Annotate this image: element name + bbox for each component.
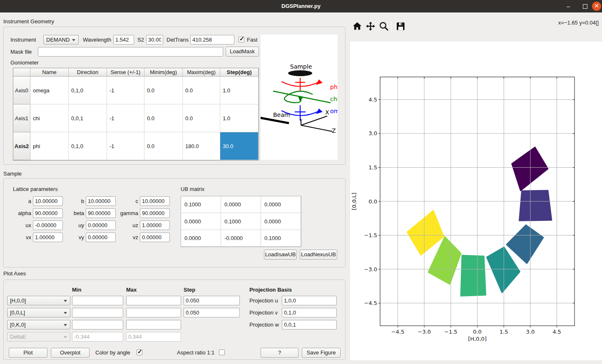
ub-cell[interactable]: 0.0000	[181, 213, 221, 230]
table-cell[interactable]: -1	[107, 77, 144, 104]
row-header-axis0[interactable]: Axis0	[13, 77, 30, 104]
dimension1-max-field[interactable]	[126, 308, 181, 317]
table-corner-header[interactable]	[13, 68, 30, 77]
svg-text:−3.0: −3.0	[418, 329, 431, 335]
lattice-gamma-field[interactable]	[140, 208, 170, 218]
figure-canvas[interactable]: −4.5−3.0−1.50.01.53.04.5−4.5−3.0−1.50.01…	[350, 42, 602, 360]
table-cell[interactable]: 0,0,1	[69, 104, 107, 132]
dettrans-field[interactable]	[190, 35, 234, 45]
titlebar[interactable]: DGSPlanner.py – ✕	[0, 0, 602, 12]
projection-u-field[interactable]	[282, 296, 337, 305]
column-header-direction[interactable]: Direction	[69, 68, 107, 77]
overplot-button[interactable]: Overplot	[51, 348, 90, 358]
svg-text:−3.0: −3.0	[364, 266, 377, 272]
toolbar-separator	[391, 21, 392, 32]
help-button[interactable]: ?	[261, 348, 299, 358]
lattice-vy-field[interactable]	[86, 233, 116, 242]
s2-field[interactable]	[146, 35, 163, 45]
maximize-icon[interactable]	[580, 0, 590, 12]
window-title: DGSPlanner.py	[0, 0, 602, 12]
ub-cell[interactable]: 0.1000	[261, 230, 301, 247]
table-cell[interactable]: 0.0	[183, 77, 220, 104]
aspect-ratio-checkbox[interactable]	[219, 349, 225, 355]
zoom-icon[interactable]	[379, 21, 389, 31]
wavelength-field[interactable]	[113, 35, 134, 45]
column-header-minim[interactable]: Minim(deg)	[144, 68, 183, 77]
ub-cell[interactable]: 0.0000	[261, 196, 301, 213]
table-cell[interactable]: 0.0	[144, 132, 183, 160]
save-icon[interactable]	[396, 21, 405, 31]
diagram-chi-label: chi	[330, 96, 338, 102]
min-header: Min	[72, 285, 81, 295]
lattice-c-field[interactable]	[140, 196, 170, 206]
instrument-label: Instrument	[10, 35, 36, 45]
row-header-axis2[interactable]: Axis2	[13, 132, 30, 160]
fast-checkbox[interactable]	[239, 37, 244, 42]
dimension0-combobox[interactable]: [H,0,0]	[7, 296, 70, 305]
pan-icon[interactable]	[366, 21, 376, 31]
dimension0-min-field[interactable]	[72, 296, 123, 305]
dimension0-step-field[interactable]	[184, 296, 240, 305]
ub-cell[interactable]: 0.1000	[181, 196, 221, 213]
dimension1-step-field[interactable]	[184, 308, 240, 317]
row-header-axis1[interactable]: Axis1	[13, 104, 30, 132]
column-header-sense[interactable]: Sense (+/-1)	[107, 68, 144, 77]
color-by-angle-checkbox[interactable]	[137, 349, 142, 355]
table-cell[interactable]: omega	[30, 77, 69, 104]
table-cell[interactable]: -1	[107, 104, 144, 132]
lattice-b-field[interactable]	[86, 196, 116, 206]
load-isaw-ub-button[interactable]: LoadIsawUB	[264, 250, 297, 260]
dimension2-min-field[interactable]	[72, 320, 123, 329]
column-header-name[interactable]: Name	[30, 68, 69, 77]
table-cell[interactable]: 0,1,0	[69, 77, 107, 104]
table-cell[interactable]: 0.0	[144, 77, 183, 104]
diagram-omega-label: omega	[330, 108, 338, 114]
table-cell[interactable]: 1.0	[220, 104, 259, 132]
ub-cell[interactable]: -0.0000	[221, 230, 261, 247]
lattice-uz-field[interactable]	[140, 220, 170, 230]
ub-cell[interactable]: 0.1000	[221, 213, 261, 230]
loadmask-button[interactable]: LoadMask	[226, 47, 259, 57]
dimension2-combobox[interactable]: [0,K,0]	[7, 320, 70, 329]
svg-text:−1.5: −1.5	[444, 329, 458, 335]
home-icon[interactable]	[352, 21, 362, 31]
maskfile-label: Mask file	[10, 47, 32, 57]
table-cell[interactable]: -1	[107, 132, 144, 160]
table-cell[interactable]: 1.0	[220, 77, 259, 104]
instrument-geometry-title: Instrument Geometry	[3, 18, 54, 25]
table-cell[interactable]: 0.0	[144, 104, 183, 132]
column-header-maxim[interactable]: Maxim(deg)	[183, 68, 220, 77]
column-header-step[interactable]: Step(deg)	[220, 68, 259, 77]
table-cell[interactable]: phi	[30, 132, 69, 160]
dimension1-min-field[interactable]	[72, 308, 123, 317]
projection-w-field[interactable]	[282, 320, 337, 329]
maskfile-field[interactable]	[38, 47, 223, 57]
dimension3-value: DeltaE	[10, 334, 26, 340]
plot-button[interactable]: Plot	[9, 348, 47, 358]
lattice-gamma-label: gamma	[113, 208, 138, 218]
hkl-coverage-plot[interactable]: −4.5−3.0−1.50.01.53.04.5−4.5−3.0−1.50.01…	[350, 42, 602, 360]
save-figure-button[interactable]: Save Figure	[302, 348, 341, 358]
lattice-vz-field[interactable]	[140, 233, 170, 242]
dimension1-combobox[interactable]: [0,0,L]	[7, 308, 70, 317]
lattice-beta-field[interactable]	[86, 208, 116, 218]
minimize-icon[interactable]: –	[563, 0, 574, 12]
table-cell[interactable]: chi	[30, 104, 69, 132]
load-nexus-ub-button[interactable]: LoadNexusUB	[300, 250, 337, 260]
table-cell[interactable]: 0,1,0	[69, 132, 107, 160]
ub-cell[interactable]: 0.0000	[181, 230, 221, 247]
ub-cell[interactable]: 0.0000	[261, 213, 301, 230]
ub-cell[interactable]: 0.0000	[221, 196, 261, 213]
projection-v-field[interactable]	[282, 308, 337, 317]
table-cell[interactable]: 180.0	[183, 132, 220, 160]
close-icon[interactable]: ✕	[592, 2, 601, 11]
dimension2-max-field[interactable]	[126, 320, 181, 329]
dimension0-max-field[interactable]	[126, 296, 181, 305]
diagram-z-axis-label: Z	[332, 127, 336, 134]
svg-text:−4.5: −4.5	[364, 300, 377, 306]
lattice-uy-field[interactable]	[86, 220, 116, 230]
table-cell[interactable]: 0.0	[183, 104, 220, 132]
selected-cell[interactable]: 30.0	[220, 132, 259, 160]
dimension1-value: [0,0,L]	[10, 310, 25, 316]
instrument-combobox[interactable]: DEMAND	[43, 35, 79, 45]
